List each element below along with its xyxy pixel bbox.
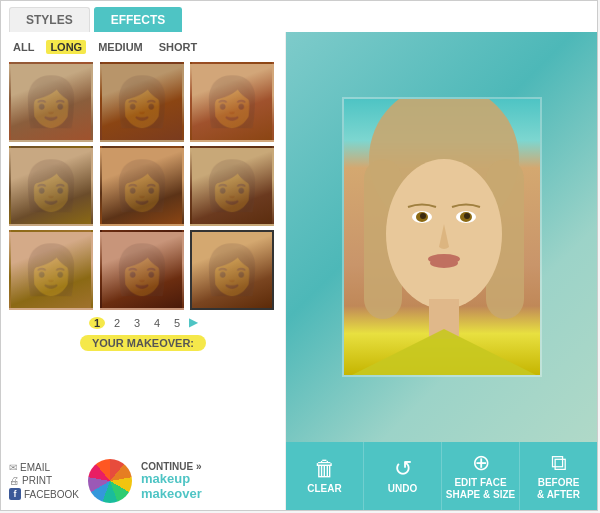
page-2[interactable]: 2 [109,317,125,329]
filter-medium[interactable]: MEDIUM [94,40,147,54]
print-icon: 🖨 [9,475,19,486]
page-5[interactable]: 5 [169,317,185,329]
continue-section[interactable]: CONTINUE » makeupmakeover [141,461,202,501]
tab-bar: STYLES EFFECTS [1,1,597,32]
before-after-label: BEFORE& AFTER [537,477,580,501]
thumbnail-grid: 👩 👩 👩 👩 👩 👩 [9,62,277,310]
color-wheel [88,459,132,503]
clear-label: CLEAR [307,483,341,495]
pagination: 1 2 3 4 5 ▶ [9,316,277,329]
facebook-link[interactable]: f FACEBOOK [9,488,79,500]
tab-effects[interactable]: EFFECTS [94,7,183,32]
edit-face-label: EDIT FACESHAPE & SIZE [446,477,515,501]
undo-button[interactable]: ↺ UNDO [364,442,442,510]
print-label: PRINT [22,475,52,486]
filter-all[interactable]: ALL [9,40,38,54]
trash-icon: 🗑 [314,458,336,480]
filter-row: ALL LONG MEDIUM SHORT [9,40,277,54]
face-overlay [344,99,540,375]
page-3[interactable]: 3 [129,317,145,329]
undo-label: UNDO [388,483,417,495]
action-bar: 🗑 CLEAR ↺ UNDO ⊕ EDIT FACESHAPE & SIZE ⧉… [286,442,597,510]
edit-face-icon: ⊕ [472,452,490,474]
right-panel: 🗑 CLEAR ↺ UNDO ⊕ EDIT FACESHAPE & SIZE ⧉… [286,32,597,510]
next-page-arrow[interactable]: ▶ [189,316,197,329]
portrait-container [342,97,542,377]
lipstick-wheel [85,456,135,506]
email-icon: ✉ [9,462,17,473]
makeup-label: makeupmakeover [141,472,202,501]
main-content: ALL LONG MEDIUM SHORT 👩 👩 👩 👩 [1,32,597,510]
bottom-row: ✉ EMAIL 🖨 PRINT f FACEBOOK [9,456,277,506]
edit-face-button[interactable]: ⊕ EDIT FACESHAPE & SIZE [442,442,520,510]
page-1[interactable]: 1 [89,317,105,329]
svg-point-11 [430,258,458,268]
facebook-label: FACEBOOK [24,489,79,500]
thumb-3[interactable]: 👩 [190,62,274,142]
print-link[interactable]: 🖨 PRINT [9,475,79,486]
thumb-7[interactable]: 👩 [9,230,93,310]
thumb-4[interactable]: 👩 [9,146,93,226]
email-link[interactable]: ✉ EMAIL [9,462,79,473]
clear-button[interactable]: 🗑 CLEAR [286,442,364,510]
photo-area [286,32,597,442]
thumb-1[interactable]: 👩 [9,62,93,142]
thumb-9[interactable]: 👩 [190,230,274,310]
filter-short[interactable]: SHORT [155,40,202,54]
svg-point-8 [420,213,426,219]
before-after-button[interactable]: ⧉ BEFORE& AFTER [520,442,597,510]
before-after-icon: ⧉ [551,452,567,474]
undo-icon: ↺ [394,458,412,480]
tab-styles[interactable]: STYLES [9,7,90,32]
makeover-label: YOUR MAKEOVER: [80,335,206,351]
thumb-6[interactable]: 👩 [190,146,274,226]
thumb-8[interactable]: 👩 [100,230,184,310]
facebook-icon: f [9,488,21,500]
thumb-2[interactable]: 👩 [100,62,184,142]
thumb-5[interactable]: 👩 [100,146,184,226]
social-links: ✉ EMAIL 🖨 PRINT f FACEBOOK [9,462,79,500]
page-4[interactable]: 4 [149,317,165,329]
email-label: EMAIL [20,462,50,473]
left-panel: ALL LONG MEDIUM SHORT 👩 👩 👩 👩 [1,32,286,510]
filter-long[interactable]: LONG [46,40,86,54]
svg-point-9 [464,213,470,219]
